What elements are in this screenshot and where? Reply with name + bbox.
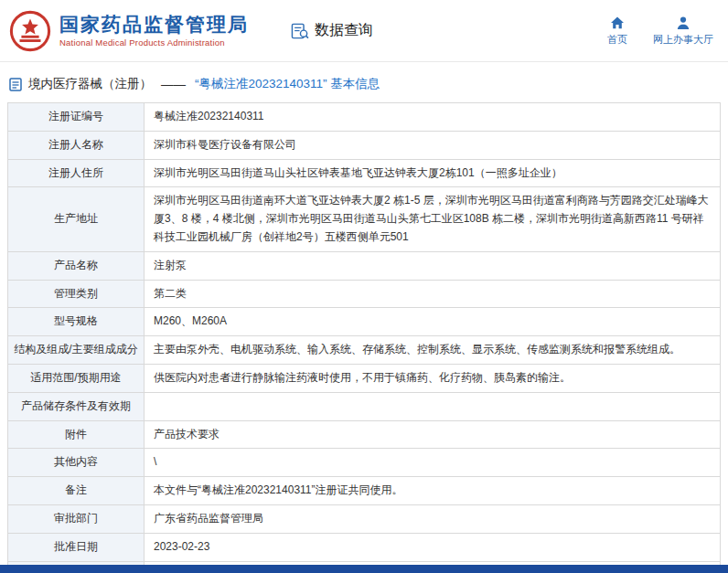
breadcrumb: 境内医疗器械（注册） —— “粤械注准20232140311” 基本信息 (0, 62, 728, 102)
row-label: 结构及组成/主要组成成分 (8, 336, 145, 365)
nav-home[interactable]: 首页 (607, 16, 627, 47)
table-row: 注册人住所深圳市光明区马田街道马山头社区钟表基地飞亚达钟表大厦2栋101（一照多… (8, 159, 721, 187)
table-row: 备注本文件与“粤械注准20232140311”注册证共同使用。 (8, 477, 721, 505)
row-label: 注册人名称 (8, 131, 145, 159)
brand[interactable]: 国家药品监督管理局 National Medical Products Admi… (9, 10, 249, 52)
row-value: 深圳市光明区马田街道马山头社区钟表基地飞亚达钟表大厦2栋101（一照多址企业） (145, 159, 721, 187)
table-row: 适用范围/预期用途供医院内对患者进行静脉输注药液时使用，不用于镇痛药、化疗药物、… (8, 364, 721, 392)
national-emblem-logo (9, 10, 51, 52)
row-value: 本文件与“粤械注准20232140311”注册证共同使用。 (145, 477, 721, 505)
row-value: 供医院内对患者进行静脉输注药液时使用，不用于镇痛药、化疗药物、胰岛素的输注。 (145, 364, 721, 392)
row-label: 附件 (8, 420, 145, 449)
breadcrumb-section: 境内医疗器械（注册） (28, 76, 152, 92)
row-label: 管理类别 (8, 280, 145, 308)
row-value: \ (145, 449, 721, 477)
row-label: 产品名称 (8, 251, 145, 280)
row-value: 广东省药品监督管理局 (145, 504, 721, 533)
data-query-label: 数据查询 (315, 21, 373, 40)
row-label: 其他内容 (8, 449, 145, 477)
row-value: 产品技术要求 (145, 420, 721, 449)
home-icon (610, 16, 625, 30)
row-value (145, 392, 721, 420)
document-icon (9, 78, 22, 91)
table-row: 附件产品技术要求 (8, 420, 721, 449)
table-row: 生产地址深圳市光明区马田街道南环大道飞亚达钟表大厦2 栋1-5 层，深圳市光明区… (8, 187, 721, 251)
row-value: M260、M260A (145, 308, 721, 336)
info-table-body: 注册证编号粤械注准20232140311注册人名称深圳市科曼医疗设备有限公司注册… (8, 103, 721, 573)
row-label: 注册人住所 (8, 159, 145, 187)
row-label: 型号规格 (8, 308, 145, 336)
table-row: 产品储存条件及有效期 (8, 392, 721, 420)
row-label: 注册证编号 (8, 103, 145, 132)
agency-name-cn: 国家药品监督管理局 (59, 14, 249, 36)
row-value: 深圳市光明区马田街道南环大道飞亚达钟表大厦2 栋1-5 层，深圳市光明区马田街道… (145, 187, 721, 251)
row-value: 注射泵 (145, 251, 721, 280)
row-value: 深圳市科曼医疗设备有限公司 (145, 131, 721, 159)
data-query-nav[interactable]: 数据查询 (291, 21, 373, 40)
data-query-icon (291, 23, 309, 39)
user-icon (676, 16, 691, 30)
row-label: 生产地址 (8, 187, 145, 251)
brand-text: 国家药品监督管理局 National Medical Products Admi… (59, 14, 249, 48)
row-label: 备注 (8, 477, 145, 505)
row-value: 2023-02-23 (145, 533, 721, 561)
top-nav: 首页 网上办事大厅 (607, 16, 713, 47)
site-header: 国家药品监督管理局 National Medical Products Admi… (0, 0, 728, 62)
row-value: 第二类 (145, 280, 721, 308)
table-row: 批准日期2023-02-23 (8, 533, 721, 561)
table-row: 管理类别第二类 (8, 280, 721, 308)
nav-service-hall[interactable]: 网上办事大厅 (653, 16, 713, 47)
info-table: 注册证编号粤械注准20232140311注册人名称深圳市科曼医疗设备有限公司注册… (7, 102, 721, 573)
row-value: 主要由泵外壳、电机驱动系统、输入系统、存储系统、控制系统、显示系统、传感监测系统… (145, 336, 721, 365)
table-row: 审批部门广东省药品监督管理局 (8, 504, 721, 533)
table-row: 型号规格M260、M260A (8, 308, 721, 336)
footer-bar (0, 565, 728, 573)
row-value: 粤械注准20232140311 (145, 103, 721, 132)
row-label: 适用范围/预期用途 (8, 364, 145, 392)
row-label: 产品储存条件及有效期 (8, 392, 145, 420)
agency-name-en: National Medical Products Administration (59, 37, 249, 48)
table-row: 注册人名称深圳市科曼医疗设备有限公司 (8, 131, 721, 159)
nav-home-label: 首页 (607, 33, 627, 47)
table-row: 结构及组成/主要组成成分主要由泵外壳、电机驱动系统、输入系统、存储系统、控制系统… (8, 336, 721, 365)
row-label: 批准日期 (8, 533, 145, 561)
breadcrumb-separator: —— (161, 78, 186, 91)
nav-service-hall-label: 网上办事大厅 (653, 33, 713, 47)
page-title: “粤械注准20232140311” 基本信息 (195, 76, 380, 92)
table-row: 产品名称注射泵 (8, 251, 721, 280)
row-label: 审批部门 (8, 504, 145, 533)
table-row: 注册证编号粤械注准20232140311 (8, 103, 721, 132)
table-row: 其他内容\ (8, 449, 721, 477)
